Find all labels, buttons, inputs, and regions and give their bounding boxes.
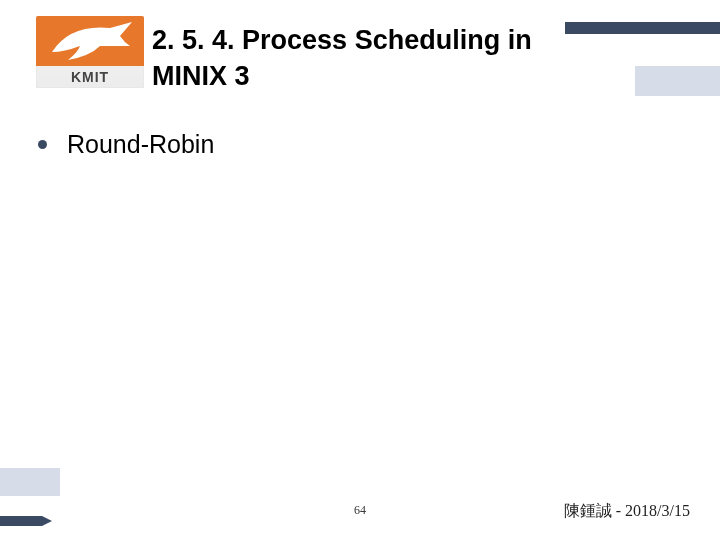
bullet-row: Round-Robin	[38, 130, 214, 159]
kmit-logo: KMIT	[36, 16, 144, 88]
decor-topbar-light	[635, 66, 720, 96]
decor-topbar-dark	[565, 22, 720, 34]
slide-title: 2. 5. 4. Process Scheduling in MINIX 3	[152, 22, 572, 95]
footer-author-date: 陳鍾誠 - 2018/3/15	[564, 501, 690, 522]
slide: KMIT 2. 5. 4. Process Scheduling in MINI…	[0, 0, 720, 540]
bird-icon	[50, 22, 132, 62]
bullet-text: Round-Robin	[67, 130, 214, 159]
bullet-dot-icon	[38, 140, 47, 149]
decor-botbar-light	[0, 468, 60, 496]
footer-author: 陳鍾誠	[564, 502, 612, 519]
footer-sep: -	[612, 502, 625, 519]
logo-label: KMIT	[36, 69, 144, 85]
footer-date: 2018/3/15	[625, 502, 690, 519]
